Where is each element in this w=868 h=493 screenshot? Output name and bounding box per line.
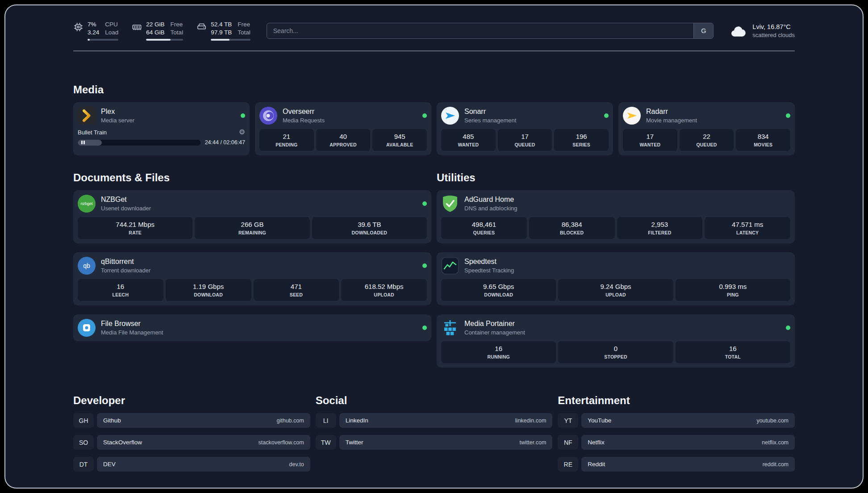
service-desc: Container management — [464, 329, 525, 336]
stat-value: 498,461 — [443, 221, 525, 228]
bookmark-stackoverflow[interactable]: SO StackOverflow stackoverflow.com — [73, 435, 310, 450]
stat-value: 9.24 Gbps — [560, 283, 671, 290]
bookmark-abbr: LI — [316, 413, 336, 428]
gear-icon[interactable]: ⚙ — [239, 129, 245, 136]
service-desc: Media File Management — [101, 329, 163, 336]
section-title-utilities: Utilities — [437, 171, 795, 184]
status-dot — [241, 113, 245, 118]
service-name: Plex — [101, 108, 134, 116]
nzbget-icon: nzbget — [78, 195, 96, 213]
stat-label: LATENCY — [706, 230, 789, 235]
stat-label: LEECH — [79, 292, 162, 297]
bookmark-twitter[interactable]: TW Twitter twitter.com — [316, 435, 553, 450]
stat-value: 266 GB — [196, 221, 308, 228]
section-title-media: Media — [73, 84, 795, 96]
service-desc: Movie management — [646, 117, 697, 124]
section-documents: Documents & Files nzbget NZBGet U — [73, 171, 431, 341]
service-name: qBittorrent — [101, 258, 150, 266]
memory-widget: 22 GiB 64 GiB Free Total — [132, 21, 183, 41]
search-input[interactable] — [267, 23, 694, 38]
bookmark-name: DEV — [103, 461, 116, 468]
stat-label: WANTED — [625, 142, 676, 147]
service-card-adguard[interactable]: AdGuard Home DNS and adblocking 498,461 … — [437, 190, 795, 243]
bookmark-youtube[interactable]: YT YouTube youtube.com — [558, 413, 795, 428]
service-card-portainer[interactable]: Media Portainer Container management 16 … — [437, 314, 795, 368]
status-dot — [604, 113, 609, 118]
bookmark-name: Netflix — [588, 439, 605, 446]
bookmark-name: StackOverflow — [103, 439, 142, 446]
bookmark-github[interactable]: GH Github github.com — [73, 413, 310, 428]
bookmark-netflix[interactable]: NF Netflix netflix.com — [558, 435, 795, 450]
playback-progress-bar[interactable] — [78, 140, 200, 146]
stat-box: 1.19 Gbps DOWNLOAD — [166, 279, 251, 301]
stat-label: QUEUED — [681, 142, 732, 147]
disk-total-value: 97.9 TB — [211, 29, 232, 37]
stat-value: 618.52 Mbps — [343, 283, 425, 290]
divider — [73, 50, 795, 51]
stat-label: RUNNING — [443, 354, 554, 359]
service-name: NZBGet — [101, 196, 151, 204]
bookmark-domain: twitter.com — [520, 439, 547, 446]
service-card-sonarr[interactable]: Sonarr Series management 485 WANTED 17 Q… — [437, 102, 613, 155]
stat-value: 0.993 ms — [677, 283, 789, 290]
stat-value: 945 — [374, 133, 425, 140]
plex-icon — [78, 107, 96, 125]
bookmark-group-social: Social LI LinkedIn linkedin.com TW Twitt… — [316, 394, 553, 450]
service-stats: 744.21 Mbps RATE 266 GB REMAINING 39.6 T… — [78, 217, 427, 239]
svg-text:qb: qb — [83, 262, 90, 269]
service-name: Media Portainer — [464, 320, 525, 328]
stat-label: QUEUED — [500, 142, 551, 147]
stat-label: DOWNLOADED — [314, 230, 425, 235]
stat-label: AVAILABLE — [374, 142, 425, 147]
service-card-radarr[interactable]: Radarr Movie management 17 WANTED 22 QUE… — [618, 102, 795, 155]
cpu-label-2: Load — [105, 29, 118, 37]
bookmark-name: YouTube — [588, 417, 611, 424]
stat-box: 16 RUNNING — [441, 341, 556, 363]
bookmark-domain: youtube.com — [756, 418, 789, 424]
memory-label-1: Free — [171, 21, 184, 29]
service-name: Sonarr — [464, 108, 516, 116]
topbar: 7% 3.24 CPU Load — [73, 21, 795, 41]
now-playing-title: Bullet Train — [78, 129, 107, 136]
stat-label: APPROVED — [318, 142, 369, 147]
section-media: Media Plex Media server — [73, 84, 795, 155]
portainer-icon — [441, 319, 459, 337]
service-card-filebrowser[interactable]: File Browser Media File Management — [73, 314, 431, 341]
bookmark-name: Github — [103, 417, 121, 424]
search-bar: G — [267, 23, 714, 39]
service-card-qbittorrent[interactable]: qb qBittorrent Torrent downloader 16 LEE… — [73, 252, 431, 305]
service-card-overseerr[interactable]: Overseerr Media Requests 21 PENDING 40 A… — [255, 102, 431, 155]
bookmark-dev[interactable]: DT DEV dev.to — [73, 457, 310, 472]
bookmark-abbr: YT — [558, 413, 578, 428]
status-dot — [786, 326, 790, 330]
stat-value: 1.19 Gbps — [167, 283, 250, 290]
stat-box: 22 QUEUED — [680, 129, 734, 151]
stat-box: 39.6 TB DOWNLOADED — [312, 217, 427, 239]
weather-location: Lviv, 16.87°C — [752, 23, 795, 30]
service-card-plex[interactable]: Plex Media server Bullet Train ⚙ — [73, 102, 250, 155]
service-card-speedtest[interactable]: Speedtest Speedtest Tracking 9.65 Gbps D… — [437, 252, 795, 305]
stat-label: MOVIES — [738, 142, 789, 147]
bookmark-group-entertainment: Entertainment YT YouTube youtube.com NF … — [558, 394, 795, 472]
service-card-nzbget[interactable]: nzbget NZBGet Usenet downloader 744.21 M… — [73, 190, 431, 243]
stat-label: WANTED — [443, 142, 494, 147]
stat-box: 0.993 ms PING — [676, 279, 790, 301]
stat-label: BLOCKED — [531, 230, 613, 235]
memory-label-2: Total — [171, 29, 184, 37]
disk-free-value: 52.4 TB — [211, 21, 232, 29]
stat-label: FILTERED — [619, 230, 701, 235]
pause-icon[interactable] — [81, 140, 85, 146]
cpu-widget: 7% 3.24 CPU Load — [73, 21, 118, 41]
stat-box: 744.21 Mbps RATE — [78, 217, 192, 239]
bookmark-reddit[interactable]: RE Reddit reddit.com — [558, 457, 795, 472]
bookmark-abbr: NF — [558, 435, 578, 450]
stat-box: 266 GB REMAINING — [195, 217, 309, 239]
stat-label: QUERIES — [443, 230, 525, 235]
stat-box: 834 MOVIES — [736, 129, 790, 151]
cpu-usage-bar — [88, 39, 118, 41]
bookmark-linkedin[interactable]: LI LinkedIn linkedin.com — [316, 413, 553, 428]
plex-now-playing: Bullet Train ⚙ 24:44 / 02:06:47 — [78, 129, 245, 146]
section-utilities: Utilities AdGuard Home DNS and a — [437, 171, 795, 368]
search-provider-button[interactable]: G — [693, 23, 713, 38]
weather-condition: scattered clouds — [752, 32, 795, 38]
